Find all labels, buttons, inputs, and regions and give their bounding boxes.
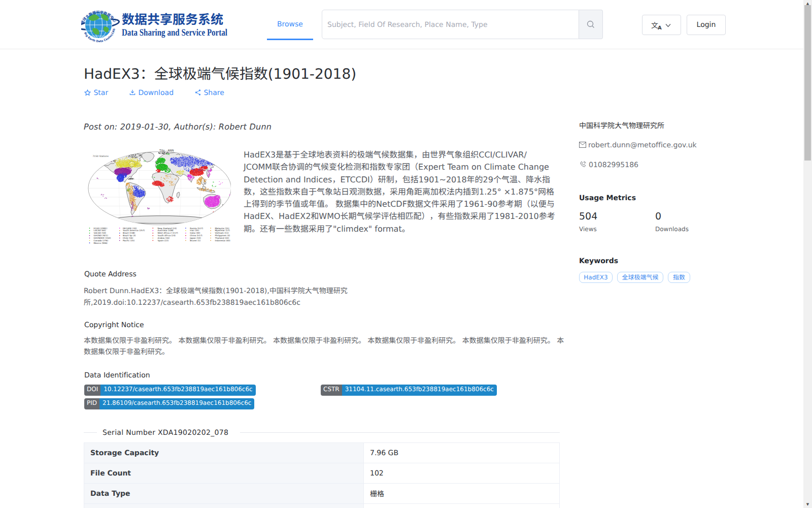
svg-text:Brunei (1): Brunei (1) (190, 239, 200, 242)
svg-text:A: A (658, 25, 662, 30)
svg-text:Mexico (906): Mexico (906) (94, 242, 108, 244)
svg-text:Pacific (15): Pacific (15) (123, 239, 135, 242)
svg-text:Spain (22): Spain (22) (158, 239, 169, 242)
svg-text:7150 Stations: 7150 Stations (93, 155, 109, 158)
svg-text:数据共享服务系统: 数据共享服务系统 (122, 10, 223, 28)
svg-text:Data Sharing and Service Porta: Data Sharing and Service Portal (122, 27, 227, 38)
svg-text:Indonesia (40): Indonesia (40) (215, 239, 230, 242)
svg-text:文: 文 (651, 20, 658, 30)
